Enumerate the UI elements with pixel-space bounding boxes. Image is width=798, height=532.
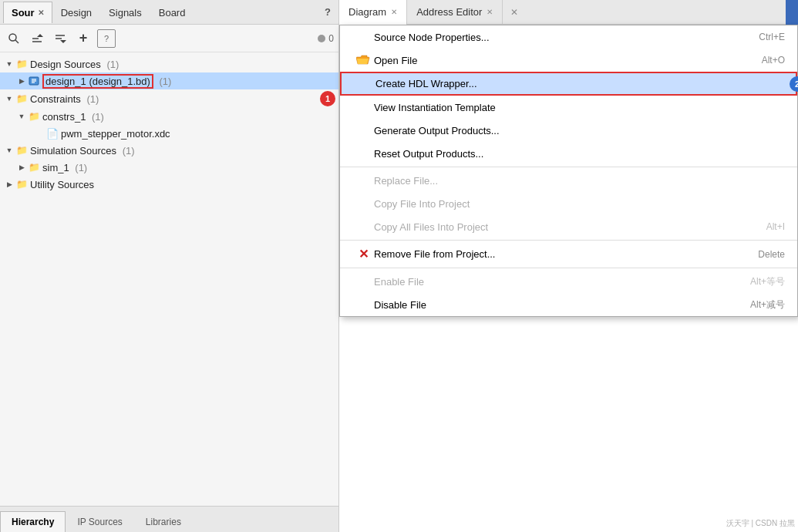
- ctx-copyall-label: Copy All Files Into Project: [374, 221, 736, 233]
- ctx-divider-2: [340, 240, 797, 241]
- tab-diagram[interactable]: Diagram ✕: [339, 0, 407, 25]
- sim1-label: sim_1 (1): [42, 162, 335, 173]
- tab-design[interactable]: Design: [52, 2, 100, 23]
- folder-icon-simulation: 📁: [15, 144, 28, 157]
- expand-constraints[interactable]: ▼: [3, 93, 15, 105]
- tab-address-editor[interactable]: Address Editor ✕: [407, 0, 503, 25]
- ctx-view-label: View Instantiation Template: [374, 102, 754, 113]
- status-count: 0: [328, 33, 334, 44]
- ctx-create-hdl[interactable]: Create HDL Wrapper... 2: [340, 72, 797, 96]
- tab-diagram-close[interactable]: ✕: [391, 8, 397, 16]
- annotation-badge-2: 2: [790, 76, 798, 92]
- expand-design-sources[interactable]: ▼: [3, 58, 15, 70]
- ctx-open-label: Open File: [374, 55, 731, 66]
- tree-sim1[interactable]: ▶ 📁 sim_1 (1): [0, 159, 338, 176]
- ctx-open-folder-icon: [352, 55, 374, 66]
- tab-bar: Sour ✕ Design Signals Board ?: [0, 0, 338, 25]
- info-button[interactable]: ?: [97, 29, 116, 48]
- tab-design-label: Design: [61, 7, 92, 19]
- tab-board[interactable]: Board: [150, 2, 194, 23]
- tab-signals[interactable]: Signals: [100, 2, 150, 23]
- expand-utility-sources[interactable]: ▶: [3, 178, 15, 190]
- ctx-replace-label: Replace File...: [374, 175, 754, 187]
- ctx-disable-file[interactable]: Disable File Alt+减号: [340, 293, 797, 316]
- ctx-copy-all: Copy All Files Into Project Alt+I: [340, 215, 797, 238]
- tab-sources[interactable]: Sour ✕: [3, 2, 52, 23]
- expand-sim1[interactable]: ▶: [15, 161, 28, 173]
- ctx-copyall-shortcut: Alt+I: [766, 221, 785, 232]
- tree-constrs1[interactable]: ▼ 📁 constrs_1 (1): [0, 108, 338, 125]
- ctx-enable-label: Enable File: [374, 276, 719, 288]
- add-button[interactable]: +: [74, 29, 93, 48]
- tab-board-label: Board: [159, 7, 186, 19]
- folder-icon-constrs1: 📁: [28, 110, 40, 123]
- close-panel-button[interactable]: ✕: [506, 7, 523, 18]
- expand-constrs1[interactable]: ▼: [15, 110, 28, 123]
- ctx-copy-label: Copy File Into Project: [374, 198, 754, 210]
- bottom-tab-libraries-label: Libraries: [146, 517, 181, 527]
- sort-up-button[interactable]: [28, 29, 46, 48]
- ctx-disable-label: Disable File: [374, 299, 719, 311]
- design1-label: design_1 (design_1.bd) (1): [42, 76, 335, 87]
- ctx-remove-label: Remove File from Project...: [374, 248, 727, 260]
- bottom-tab-ip-label: IP Sources: [77, 517, 122, 527]
- expand-design1[interactable]: ▶: [15, 75, 28, 87]
- ctx-generate-label: Generate Output Products...: [374, 125, 754, 136]
- ctx-enable-file: Enable File Alt+等号: [340, 270, 797, 293]
- bottom-tab-hierarchy-label: Hierarchy: [12, 517, 54, 527]
- left-panel: Sour ✕ Design Signals Board ?: [0, 0, 339, 532]
- design-icon-design1: [28, 75, 40, 87]
- file-icon-pwm-xdc: 📄: [46, 127, 59, 140]
- sources-tree: ▼ 📁 Design Sources (1) ▶ design_1 (desig…: [0, 52, 338, 506]
- tree-pwm-xdc[interactable]: ▶ 📄 pwm_stepper_motor.xdc: [0, 125, 338, 142]
- ctx-view-instantiation[interactable]: View Instantiation Template: [340, 96, 797, 119]
- simulation-sources-label: Simulation Sources (1): [30, 145, 335, 157]
- svg-point-0: [9, 34, 16, 41]
- bottom-tab-libraries[interactable]: Libraries: [134, 511, 193, 532]
- ctx-reset-output[interactable]: Reset Output Products...: [340, 142, 797, 165]
- ctx-copy-into: Copy File Into Project: [340, 192, 797, 215]
- tree-design1[interactable]: ▶ design_1 (design_1.bd) (1): [0, 72, 338, 89]
- tree-utility-sources[interactable]: ▶ 📁 Utility Sources: [0, 176, 338, 193]
- ctx-remove-file[interactable]: ✕ Remove File from Project... Delete: [340, 242, 797, 266]
- search-button[interactable]: [5, 29, 23, 48]
- ctx-remove-icon: ✕: [352, 247, 374, 261]
- design-sources-label: Design Sources (1): [30, 59, 335, 70]
- bottom-tab-ip-sources[interactable]: IP Sources: [66, 511, 133, 532]
- ctx-divider-3: [340, 268, 797, 268]
- right-panel-indicator: [786, 0, 798, 25]
- constrs1-label: constrs_1 (1): [42, 111, 335, 123]
- ctx-source-label: Source Node Properties...: [374, 32, 728, 43]
- tree-design-sources[interactable]: ▼ 📁 Design Sources (1): [0, 56, 338, 72]
- tree-constraints[interactable]: ▼ 📁 Constraints (1) 1: [0, 89, 338, 108]
- tab-signals-label: Signals: [109, 7, 142, 19]
- ctx-source-node-props[interactable]: Source Node Properties... Ctrl+E: [340, 25, 797, 49]
- right-panel: Diagram ✕ Address Editor ✕ ✕ Source Node…: [339, 0, 798, 532]
- pwm-xdc-label: pwm_stepper_motor.xdc: [61, 128, 335, 140]
- status-indicator: 0: [318, 33, 334, 44]
- tree-simulation-sources[interactable]: ▼ 📁 Simulation Sources (1): [0, 142, 338, 159]
- tab-address-close[interactable]: ✕: [487, 8, 493, 16]
- folder-icon-design-sources: 📁: [15, 58, 28, 70]
- tab-sources-close[interactable]: ✕: [38, 8, 44, 17]
- ctx-open-file[interactable]: Open File Alt+O: [340, 49, 797, 72]
- utility-sources-label: Utility Sources: [30, 179, 335, 190]
- ctx-replace-file: Replace File...: [340, 169, 797, 192]
- help-button[interactable]: ?: [320, 6, 335, 18]
- sort-up-icon: [31, 32, 43, 45]
- ctx-source-shortcut: Ctrl+E: [759, 32, 785, 42]
- ctx-divider-1: [340, 167, 797, 167]
- constraints-label: Constraints (1): [30, 93, 317, 105]
- search-icon: [8, 32, 20, 45]
- ctx-disable-shortcut: Alt+减号: [750, 298, 785, 311]
- ctx-generate-output[interactable]: Generate Output Products...: [340, 119, 797, 142]
- ctx-hdl-label: Create HDL Wrapper...: [375, 78, 753, 89]
- constraints-badge: 1: [320, 91, 335, 106]
- ctx-remove-shortcut: Delete: [758, 249, 785, 260]
- folder-icon-utility: 📁: [15, 178, 28, 190]
- ctx-enable-shortcut: Alt+等号: [750, 275, 785, 288]
- expand-simulation-sources[interactable]: ▼: [3, 144, 15, 157]
- folder-icon-sim1: 📁: [28, 161, 40, 173]
- bottom-tab-hierarchy[interactable]: Hierarchy: [0, 511, 66, 532]
- sort-down-button[interactable]: [51, 29, 69, 48]
